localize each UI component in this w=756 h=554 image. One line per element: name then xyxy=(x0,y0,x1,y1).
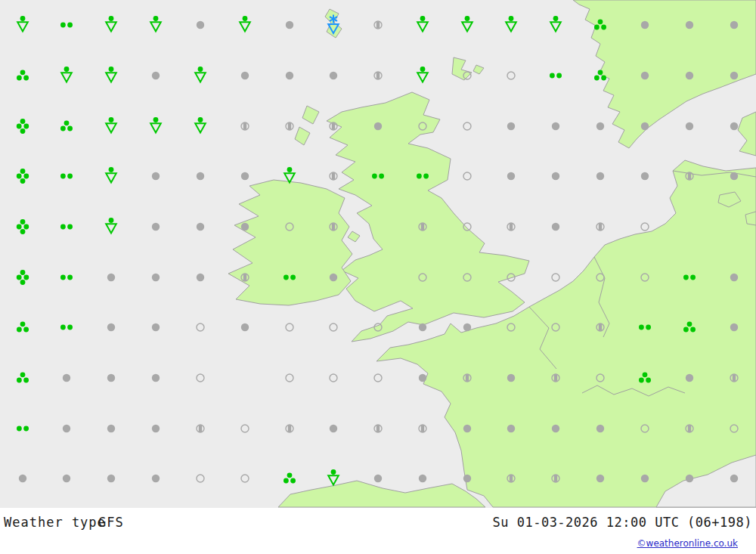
cloudy-icon xyxy=(552,223,559,231)
rain-shower-icon xyxy=(284,167,295,182)
cloudy-icon xyxy=(730,323,738,331)
cloudy-icon xyxy=(197,274,204,281)
cloudy-icon xyxy=(463,425,471,432)
partly-cloudy-icon xyxy=(374,21,382,29)
cloudy-icon xyxy=(686,72,693,79)
rain-icon xyxy=(284,472,296,483)
clear-icon xyxy=(552,274,559,281)
cloudy-icon xyxy=(107,425,115,432)
clear-icon xyxy=(286,323,293,331)
clear-icon xyxy=(197,374,204,382)
cloudy-icon xyxy=(730,72,738,79)
land-sweden-edge xyxy=(738,112,756,156)
rain-shower-icon xyxy=(195,117,206,132)
cloudy-icon xyxy=(197,223,204,231)
light-rain-icon xyxy=(17,426,29,432)
cloudy-icon xyxy=(507,172,515,180)
cloudy-icon xyxy=(152,223,160,231)
map-canvas xyxy=(0,0,756,508)
rain-shower-icon xyxy=(106,218,116,233)
model-label: GFS xyxy=(98,515,124,530)
cloudy-icon xyxy=(730,21,738,29)
cloudy-icon xyxy=(197,172,204,180)
cloudy-icon xyxy=(286,72,293,79)
cloudy-icon xyxy=(419,374,426,382)
land-orkney xyxy=(473,65,484,74)
map-type-label: Weather type xyxy=(4,515,106,530)
rain-shower-icon xyxy=(150,117,161,132)
light-rain-icon xyxy=(60,275,73,280)
rain-shower-icon xyxy=(506,16,516,31)
partly-cloudy-icon xyxy=(374,72,382,79)
clear-icon xyxy=(241,425,249,432)
partly-cloudy-icon xyxy=(330,172,337,180)
light-rain-icon xyxy=(60,325,73,330)
cloudy-icon xyxy=(686,475,693,482)
rain-shower-icon xyxy=(106,117,116,132)
clear-icon xyxy=(641,223,649,231)
rain-shower-icon xyxy=(150,16,161,31)
cloudy-icon xyxy=(107,323,115,331)
land-orkney xyxy=(452,57,472,80)
land-hebrides xyxy=(302,106,319,124)
cloudy-icon xyxy=(152,425,160,432)
clear-icon xyxy=(374,374,382,382)
cloudy-icon xyxy=(107,374,115,382)
land-ireland xyxy=(228,180,352,305)
clear-icon xyxy=(241,475,249,482)
land-great-britain xyxy=(327,92,529,342)
rain-shower-icon xyxy=(106,67,116,82)
cloudy-icon xyxy=(152,475,160,482)
cloudy-icon xyxy=(596,425,604,432)
cloudy-icon xyxy=(596,172,604,180)
rain-icon xyxy=(60,120,73,131)
heavy-rain-icon xyxy=(17,119,29,134)
clear-icon xyxy=(286,374,293,382)
timestamp-label: Su 01-03-2026 12:00 UTC (06+198) xyxy=(492,515,752,530)
partly-cloudy-icon xyxy=(419,425,426,432)
cloudy-icon xyxy=(286,21,293,29)
cloudy-icon xyxy=(730,172,738,180)
cloudy-icon xyxy=(152,374,160,382)
rain-icon xyxy=(17,372,29,382)
clear-icon xyxy=(197,323,204,331)
clear-icon xyxy=(330,374,337,382)
rain-shower-icon xyxy=(462,16,472,31)
cloudy-icon xyxy=(241,72,249,79)
land-spain xyxy=(278,481,485,507)
cloudy-icon xyxy=(641,72,649,79)
partly-cloudy-icon xyxy=(241,122,249,130)
cloudy-icon xyxy=(641,172,649,180)
clear-icon xyxy=(197,475,204,482)
rain-shower-icon xyxy=(550,16,561,31)
rain-shower-icon xyxy=(417,16,428,31)
cloudy-icon xyxy=(330,274,337,281)
weather-map-page: Weather type GFS Su 01-03-2026 12:00 UTC… xyxy=(0,0,756,554)
rain-shower-icon xyxy=(328,469,339,484)
cloudy-icon xyxy=(641,475,649,482)
land-hebrides xyxy=(295,127,310,145)
cloudy-icon xyxy=(596,475,604,482)
cloudy-icon xyxy=(641,21,649,29)
weather-map xyxy=(0,0,756,508)
rain-shower-icon xyxy=(195,67,206,82)
rain-shower-icon xyxy=(61,67,72,82)
cloudy-icon xyxy=(419,323,426,331)
partly-cloudy-icon xyxy=(197,425,204,432)
heavy-rain-icon xyxy=(17,169,29,184)
land-isle-of-man xyxy=(348,231,360,242)
cloudy-icon xyxy=(552,172,559,180)
copyright-link[interactable]: ©weatheronline.co.uk xyxy=(637,538,738,549)
cloudy-icon xyxy=(19,475,26,482)
heavy-rain-icon xyxy=(17,270,29,285)
light-rain-icon xyxy=(60,23,73,28)
partly-cloudy-icon xyxy=(507,223,515,231)
cloudy-icon xyxy=(552,122,559,130)
clear-icon xyxy=(507,72,515,79)
clear-icon xyxy=(463,122,471,130)
cloudy-icon xyxy=(152,274,160,281)
cloudy-icon xyxy=(730,274,738,281)
cloudy-icon xyxy=(330,72,337,79)
cloudy-icon xyxy=(419,475,426,482)
cloudy-icon xyxy=(507,425,515,432)
